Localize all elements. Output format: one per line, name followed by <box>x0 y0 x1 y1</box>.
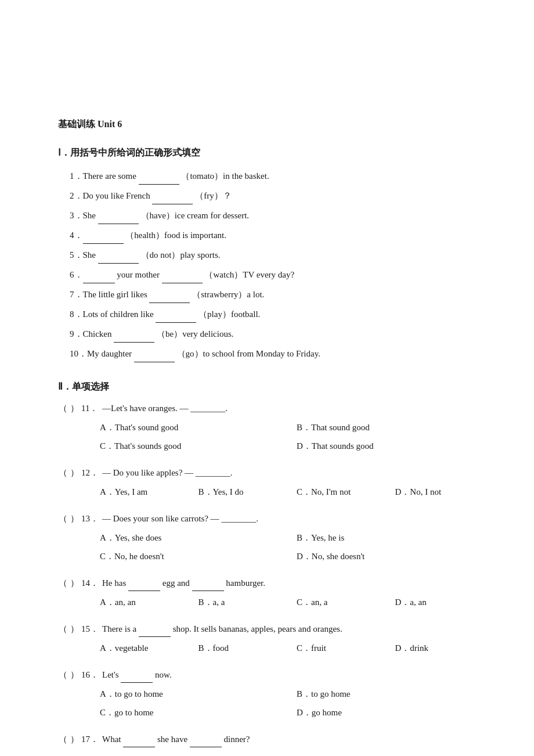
mc-paren-close: ） <box>70 667 79 683</box>
mc-paren: （ <box>58 465 67 481</box>
mc-paren: （ <box>58 511 67 527</box>
blank4 <box>83 233 124 244</box>
mc-num: 11． <box>81 401 100 416</box>
blank9 <box>114 332 154 343</box>
option: B．food <box>199 639 291 657</box>
mc-paren-close: ） <box>70 465 79 481</box>
mc-question-text: — Does your son like carrots? — ________… <box>102 511 258 527</box>
blank7 <box>149 293 190 303</box>
list-item: 8．Lots of children like （play）football. <box>70 305 488 323</box>
list-item: 10．My daughter （go）to school from Monday… <box>70 345 488 362</box>
mc-question-row: （ ） 17． What she have dinner? <box>58 732 488 747</box>
mc-paren: （ <box>58 401 67 416</box>
option: C．go to home <box>100 704 291 721</box>
option: C．That's sounds good <box>100 437 291 455</box>
section2-title: Ⅱ．单项选择 <box>58 379 488 395</box>
mc-options: A．Yes, I am B．Yes, I do C．No, I'm not D．… <box>58 483 488 501</box>
option: B．That sound good <box>297 419 488 436</box>
mc-item-13: （ ） 13． — Does your son like carrots? — … <box>58 511 488 565</box>
mc-num: 13． <box>81 511 100 527</box>
mc-options: A．vegetable B．food C．fruit D．drink <box>58 639 488 657</box>
mc-paren: （ <box>58 732 67 747</box>
blank3 <box>98 214 139 224</box>
option: D．go home <box>297 704 488 721</box>
mc-question-row: （ ） 14． He has egg and hamburger. <box>58 575 488 591</box>
blank6b <box>162 273 203 283</box>
option: A．to go to home <box>100 685 291 703</box>
section1-title: Ⅰ．用括号中所给词的正确形式填空 <box>58 145 488 161</box>
mc-paren-close: ） <box>70 511 79 527</box>
mc-num: 17． <box>81 732 100 747</box>
option: C．No, he doesn't <box>100 548 291 565</box>
blank6a <box>83 273 115 283</box>
blank1 <box>139 174 179 185</box>
mc-options: A．an, an B．a, a C．an, a D．a, an <box>58 593 488 611</box>
mc-options: A．to go to home B．to go home C．go to hom… <box>58 685 488 721</box>
fill-blank-list: 1．There are some （tomato）in the basket. … <box>58 167 488 362</box>
option: C．an, a <box>297 593 389 611</box>
list-item: 2．Do you like French （fry）？ <box>70 187 488 204</box>
mc-item-12: （ ） 12． — Do you like apples? — ________… <box>58 465 488 501</box>
option: D．That sounds good <box>297 437 488 455</box>
mc-num: 15． <box>81 621 100 637</box>
option: B．to go home <box>297 685 488 703</box>
mc-question-text: He has egg and hamburger. <box>102 575 265 591</box>
option: D．No, I not <box>395 483 488 501</box>
section2: Ⅱ．单项选择 （ ） 11． —Let's have oranges. — __… <box>58 379 488 748</box>
mc-options: A．Yes, she does B．Yes, he is C．No, he do… <box>58 529 488 565</box>
mc-item-17: （ ） 17． What she have dinner? <box>58 732 488 747</box>
option: A．That's sound good <box>100 419 291 436</box>
mc-paren-close: ） <box>70 621 79 637</box>
mc-item-16: （ ） 16． Let's now. A．to go to home B．to … <box>58 667 488 721</box>
option: D．drink <box>395 639 488 657</box>
mc-item-15: （ ） 15． There is a shop. It sells banana… <box>58 621 488 657</box>
option: D．No, she doesn't <box>297 548 488 565</box>
blank2 <box>152 194 193 204</box>
mc-item-11: （ ） 11． —Let's have oranges. — ________.… <box>58 401 488 455</box>
option: A．an, an <box>100 593 193 611</box>
list-item: 3．She （have）ice cream for dessert. <box>70 207 488 224</box>
mc-paren-close: ） <box>70 732 79 747</box>
option: B．a, a <box>199 593 291 611</box>
mc-num: 14． <box>81 575 100 591</box>
list-item: 5．She （do not）play sports. <box>70 246 488 264</box>
list-item: 9．Chicken （be）very delicious. <box>70 325 488 343</box>
option: C．No, I'm not <box>297 483 389 501</box>
option: B．Yes, he is <box>297 529 488 546</box>
mc-question-text: —Let's have oranges. — ________. <box>102 401 228 416</box>
list-item: 7．The little girl likes （strawberry）a lo… <box>70 286 488 303</box>
list-item: 4． （health）food is important. <box>70 226 488 244</box>
option: B．Yes, I do <box>199 483 291 501</box>
blank5 <box>98 253 139 264</box>
mc-question-row: （ ） 11． —Let's have oranges. — ________. <box>58 401 488 416</box>
mc-paren-close: ） <box>70 401 79 416</box>
mc-question-row: （ ） 15． There is a shop. It sells banana… <box>58 621 488 637</box>
blank8 <box>156 312 196 323</box>
mc-num: 12． <box>81 465 100 481</box>
mc-question-text: — Do you like apples? — ________. <box>102 465 233 481</box>
mc-paren: （ <box>58 667 67 683</box>
mc-question-text: Let's now. <box>102 667 172 683</box>
mc-item-14: （ ） 14． He has egg and hamburger. A．an, … <box>58 575 488 611</box>
mc-paren: （ <box>58 621 67 637</box>
mc-num: 16． <box>81 667 100 683</box>
option: A．vegetable <box>100 639 193 657</box>
list-item: 1．There are some （tomato）in the basket. <box>70 167 488 185</box>
mc-paren-close: ） <box>70 575 79 591</box>
mc-question-row: （ ） 16． Let's now. <box>58 667 488 683</box>
list-item: 6． your mother （watch）TV every day? <box>70 266 488 283</box>
mc-question-text: There is a shop. It sells bananas, apple… <box>102 621 342 637</box>
mc-options: A．That's sound good B．That sound good C．… <box>58 419 488 455</box>
mc-question-text: What she have dinner? <box>102 732 250 747</box>
mc-paren: （ <box>58 575 67 591</box>
option: A．Yes, she does <box>100 529 291 546</box>
mc-question-row: （ ） 12． — Do you like apples? — ________… <box>58 465 488 481</box>
mc-question-row: （ ） 13． — Does your son like carrots? — … <box>58 511 488 527</box>
section1: Ⅰ．用括号中所给词的正确形式填空 1．There are some （tomat… <box>58 145 488 362</box>
option: A．Yes, I am <box>100 483 193 501</box>
page-title: 基础训练 Unit 6 <box>58 116 488 133</box>
option: C．fruit <box>297 639 389 657</box>
blank10 <box>134 352 175 362</box>
option: D．a, an <box>395 593 488 611</box>
